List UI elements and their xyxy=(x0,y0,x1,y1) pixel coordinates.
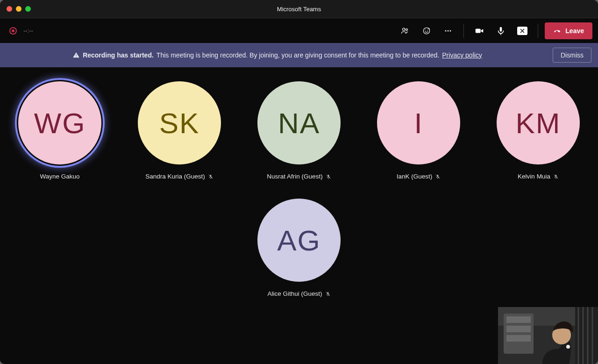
participant-tile[interactable]: KMKelvin Muia xyxy=(496,81,581,180)
svg-point-1 xyxy=(406,29,408,30)
avatar: WG xyxy=(18,81,101,164)
svg-rect-9 xyxy=(500,27,502,31)
avatar: AG xyxy=(257,199,341,282)
window-close-button[interactable] xyxy=(7,6,12,12)
microphone-button[interactable] xyxy=(492,22,510,40)
mic-muted-icon xyxy=(435,174,441,179)
participant-name: Wayne Gakuo xyxy=(40,173,79,180)
meeting-stage: WGWayne GakuoSKSandra Kuria (Guest)NANus… xyxy=(0,67,598,364)
participants-row: AGAlice Githui (Guest) xyxy=(11,199,587,297)
mac-titlebar: Microsoft Teams xyxy=(0,0,598,18)
warning-icon xyxy=(72,51,80,59)
mic-muted-icon xyxy=(325,291,331,297)
avatar: SK xyxy=(138,81,221,164)
avatar: NA xyxy=(257,81,341,164)
reactions-button[interactable] xyxy=(418,22,435,40)
leave-button-label: Leave xyxy=(565,27,584,35)
banner-heading: Recording has started. xyxy=(83,51,154,59)
app-window: Microsoft Teams --:-- xyxy=(0,0,598,364)
more-actions-button[interactable] xyxy=(439,22,457,40)
svg-point-0 xyxy=(403,28,405,30)
privacy-policy-link[interactable]: Privacy policy xyxy=(442,51,482,59)
svg-rect-8 xyxy=(476,29,481,33)
reactions-icon xyxy=(422,26,431,36)
svg-point-4 xyxy=(427,29,428,30)
svg-rect-16 xyxy=(506,326,531,332)
participant-name: Kelvin Muia xyxy=(518,173,559,180)
mic-muted-icon xyxy=(553,174,559,179)
self-video-preview[interactable] xyxy=(498,307,598,364)
participant-tile[interactable]: AGAlice Githui (Guest) xyxy=(256,199,342,297)
svg-rect-10 xyxy=(76,54,77,56)
window-minimize-button[interactable] xyxy=(16,6,21,12)
toolbar-separator xyxy=(538,24,538,38)
self-video-icon xyxy=(498,307,598,364)
toolbar-separator xyxy=(463,24,464,38)
participants-button[interactable] xyxy=(396,22,414,40)
svg-rect-15 xyxy=(506,316,531,323)
svg-point-7 xyxy=(450,30,451,31)
leave-button[interactable]: Leave xyxy=(545,22,592,39)
dismiss-button[interactable]: Dismiss xyxy=(553,48,591,63)
svg-rect-17 xyxy=(506,335,531,342)
participant-tile[interactable]: IIanK (Guest) xyxy=(376,81,461,180)
window-maximize-button[interactable] xyxy=(25,6,31,12)
mic-muted-icon xyxy=(208,174,214,179)
ellipsis-icon xyxy=(443,26,453,36)
meeting-toolbar: --:-- xyxy=(0,18,598,43)
window-title: Microsoft Teams xyxy=(0,6,598,13)
window-controls xyxy=(0,6,31,12)
svg-point-24 xyxy=(566,345,570,349)
svg-point-6 xyxy=(448,30,449,31)
participant-name: IanK (Guest) xyxy=(397,173,441,180)
microphone-icon xyxy=(496,26,506,36)
mic-muted-icon xyxy=(326,174,331,179)
participant-name: Nusrat Afrin (Guest) xyxy=(267,173,331,180)
participant-name: Alice Githui (Guest) xyxy=(267,290,330,297)
camera-button[interactable] xyxy=(470,22,488,40)
share-icon xyxy=(517,27,527,35)
camera-icon xyxy=(474,26,484,36)
banner-body: This meeting is being recorded. By joini… xyxy=(157,51,439,59)
avatar: KM xyxy=(497,81,580,164)
recording-indicator-icon xyxy=(9,27,17,35)
svg-point-3 xyxy=(425,29,426,30)
avatar: I xyxy=(377,81,460,164)
participant-tile[interactable]: SKSandra Kuria (Guest) xyxy=(137,81,222,180)
recording-banner: Recording has started. This meeting is b… xyxy=(0,43,598,67)
recording-timer: --:-- xyxy=(23,27,33,34)
hangup-icon xyxy=(553,27,562,35)
participants-row: WGWayne GakuoSKSandra Kuria (Guest)NANus… xyxy=(11,81,587,180)
svg-rect-11 xyxy=(76,57,77,57)
svg-point-5 xyxy=(445,30,447,31)
participant-tile[interactable]: NANusrat Afrin (Guest) xyxy=(256,81,342,180)
people-icon xyxy=(400,26,410,36)
participant-name: Sandra Kuria (Guest) xyxy=(145,173,214,180)
share-button[interactable] xyxy=(513,22,531,40)
participant-tile[interactable]: WGWayne Gakuo xyxy=(17,81,102,180)
svg-point-2 xyxy=(424,28,430,34)
